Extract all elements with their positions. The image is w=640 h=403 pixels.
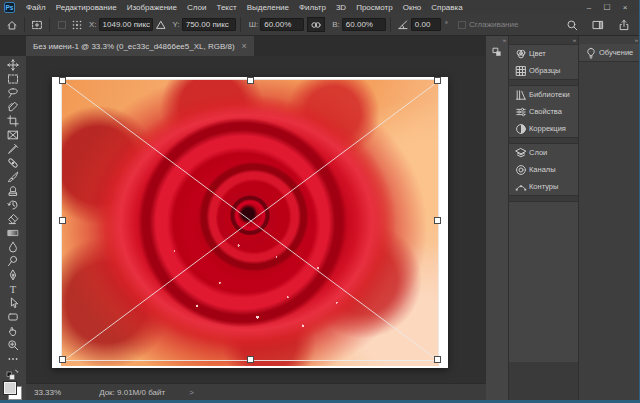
search-icon[interactable] <box>564 17 580 33</box>
lasso-tool-icon[interactable] <box>4 86 22 100</box>
zoom-level-field[interactable]: 33.33% <box>34 388 61 397</box>
y-position-field[interactable]: 750.00 пикс <box>182 18 236 31</box>
foreground-color-swatch[interactable] <box>4 382 16 394</box>
status-menu-chevron-icon[interactable]: > <box>189 388 194 397</box>
status-bar: 33.33% Док: 9.01M/0 байт > <box>26 383 486 400</box>
photoshop-window: Ps ФайлРедактированиеИзображениеСлоиТекс… <box>0 0 640 403</box>
transform-guides <box>62 80 440 362</box>
menu-item[interactable]: Текст <box>211 3 241 12</box>
healing-brush-tool-icon[interactable] <box>4 156 22 170</box>
zoom-tool-icon[interactable] <box>4 338 22 352</box>
transform-handle[interactable] <box>434 77 441 84</box>
transform-handle[interactable] <box>59 77 66 84</box>
menu-item[interactable]: Файл <box>21 3 51 12</box>
transform-handle[interactable] <box>434 217 441 224</box>
rotation-field[interactable]: 0.00 <box>411 18 441 31</box>
default-colors-icon[interactable] <box>4 367 22 380</box>
panel-button-paths[interactable]: Контуры <box>509 178 578 195</box>
learn-panel-label: Обучение <box>599 48 633 57</box>
quick-selection-tool-icon[interactable] <box>4 100 22 114</box>
panel-button-adjustments[interactable]: Коррекция <box>509 120 578 137</box>
transform-bounding-box[interactable] <box>61 79 439 361</box>
panel-button-channels[interactable]: Каналы <box>509 161 578 178</box>
transform-handle[interactable] <box>434 356 441 363</box>
history-brush-tool-icon[interactable] <box>4 198 22 212</box>
frame-tool-icon[interactable] <box>4 128 22 142</box>
rotation-angle-icon <box>395 17 411 33</box>
panel-button-properties[interactable]: Свойства <box>509 103 578 120</box>
shape-tool-icon[interactable] <box>4 310 22 324</box>
menu-item[interactable]: Фильтр <box>294 3 331 12</box>
dodge-tool-icon[interactable] <box>4 254 22 268</box>
maximize-button[interactable]: ☐ <box>598 3 616 12</box>
panel-button-swatches[interactable]: Образцы <box>509 62 578 79</box>
share-icon[interactable] <box>616 17 632 33</box>
blur-tool-icon[interactable] <box>4 240 22 254</box>
panel-button-label: Библиотеки <box>529 90 570 99</box>
panel-button-libraries[interactable]: Библиотеки <box>509 86 578 103</box>
transform-handle[interactable] <box>59 217 66 224</box>
home-icon[interactable] <box>4 17 20 33</box>
eyedropper-tool-icon[interactable] <box>4 142 22 156</box>
collapse-chevrons-icon[interactable]: » <box>579 36 640 44</box>
workspace-switcher-icon[interactable] <box>590 17 606 33</box>
height-label: В: <box>332 20 340 29</box>
edit-toolbar-tool-icon[interactable] <box>4 352 22 366</box>
layers-icon <box>515 147 529 159</box>
crop-tool-icon[interactable] <box>4 114 22 128</box>
libraries-icon <box>515 89 529 101</box>
menu-item[interactable]: Окно <box>398 3 427 12</box>
menu-item[interactable]: Выделение <box>242 3 294 12</box>
collapsed-panel-icon <box>491 44 503 62</box>
menu-item[interactable]: Редактирование <box>51 3 122 12</box>
collapse-chevrons-icon[interactable]: » <box>509 36 578 44</box>
separator <box>49 17 50 32</box>
panel-button-layers[interactable]: Слои <box>509 144 578 161</box>
relative-position-icon[interactable] <box>153 17 169 33</box>
transform-handle[interactable] <box>247 77 254 84</box>
width-field[interactable]: 60.00% <box>260 18 304 31</box>
channels-icon <box>515 164 529 176</box>
reference-point-grid-icon[interactable] <box>69 17 85 33</box>
toolbar-top-gap <box>0 36 26 56</box>
type-tool-icon[interactable]: T <box>4 282 22 296</box>
pen-tool-icon[interactable] <box>4 268 22 282</box>
brush-tool-icon[interactable] <box>4 170 22 184</box>
document-tab-bar: Без имени-1 @ 33.3% (0_ec33c_d4866ee5_XL… <box>26 36 486 56</box>
panel-button-label: Контуры <box>529 182 558 191</box>
eraser-tool-icon[interactable] <box>4 212 22 226</box>
menu-item[interactable]: Слои <box>182 3 211 12</box>
hand-tool-icon[interactable] <box>4 324 22 338</box>
panel-group-list: ЦветОбразцыБиблиотекиСвойстваКоррекцияСл… <box>509 44 578 196</box>
maintain-aspect-ratio-button[interactable] <box>307 17 325 32</box>
panel-button-learn[interactable]: Обучение <box>579 44 640 62</box>
tools-panel: T <box>0 56 26 400</box>
x-position-field[interactable]: 1049.00 пикс <box>99 18 153 31</box>
menu-item[interactable]: 3D <box>331 3 351 12</box>
document-tab-title: Без имени-1 @ 33.3% (0_ec33c_d4866ee5_XL… <box>33 42 235 51</box>
move-tool-icon[interactable] <box>4 58 22 72</box>
paths-icon <box>515 181 529 193</box>
transform-tool-icon[interactable] <box>29 17 45 33</box>
menu-item[interactable]: Справка <box>426 3 467 12</box>
height-field[interactable]: 60.00% <box>342 18 386 31</box>
menu-item[interactable]: Просмотр <box>351 3 398 12</box>
width-label: Ш: <box>249 20 259 29</box>
panel-button-color[interactable]: Цвет <box>509 45 578 62</box>
document-tab[interactable]: Без имени-1 @ 33.3% (0_ec33c_d4866ee5_XL… <box>26 36 254 56</box>
tab-close-icon[interactable]: × <box>242 41 247 51</box>
path-selection-tool-icon[interactable] <box>4 296 22 310</box>
gradient-tool-icon[interactable] <box>4 226 22 240</box>
smoothing-checkbox[interactable] <box>458 21 466 29</box>
transform-handle[interactable] <box>247 356 254 363</box>
menu-item[interactable]: Изображение <box>122 3 182 12</box>
minimize-button[interactable]: – <box>580 3 598 12</box>
reference-point-checkbox[interactable] <box>58 21 66 29</box>
clone-stamp-tool-icon[interactable] <box>4 184 22 198</box>
panel-button-label: Образцы <box>529 66 561 75</box>
collapsed-panel-button[interactable] <box>486 44 508 61</box>
close-button[interactable]: × <box>616 3 634 12</box>
window-controls: –☐× <box>580 3 634 12</box>
rectangular-marquee-tool-icon[interactable] <box>4 72 22 86</box>
transform-handle[interactable] <box>59 356 66 363</box>
